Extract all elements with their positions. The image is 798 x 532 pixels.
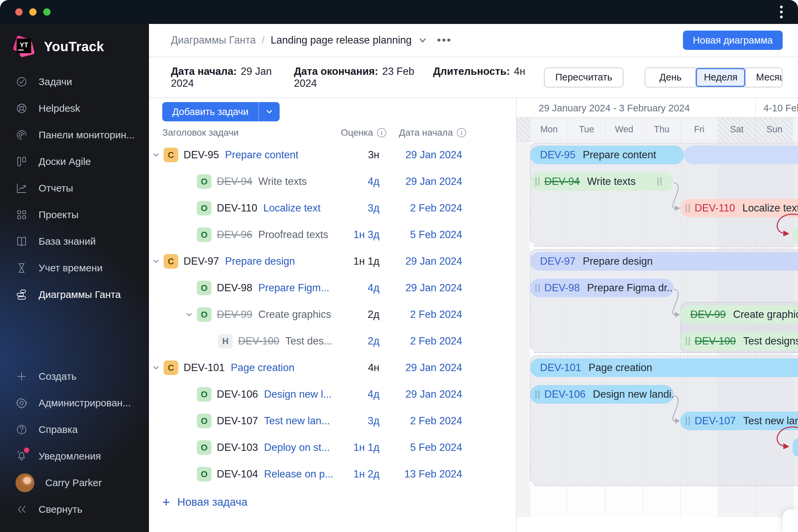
gantt-bar-dev-94[interactable]: DEV-94Write texts [530, 172, 673, 191]
bar-resize-handle[interactable] [686, 204, 690, 212]
gantt-bar-dev-99[interactable]: DEV-99Create graphics [680, 305, 798, 324]
issue-start-date[interactable]: 5 Feb 2024 [410, 229, 462, 241]
issue-title-link[interactable]: Localize text [263, 202, 321, 214]
issue-type-badge[interactable]: C [164, 148, 178, 162]
page-title[interactable]: Landing page release planning [271, 34, 412, 46]
issue-title-link[interactable]: Proofread texts [258, 229, 328, 241]
issue-start-date[interactable]: 2 Feb 2024 [410, 308, 462, 321]
issue-estimate[interactable]: 1н 1д [354, 441, 379, 454]
issue-title-link[interactable]: Write texts [258, 175, 307, 188]
issue-start-date[interactable]: 2 Feb 2024 [410, 335, 462, 347]
issue-type-badge[interactable]: H [218, 334, 233, 348]
sidebar-footer-item-3[interactable]: Уведомления [0, 443, 149, 470]
issue-id[interactable]: DEV-95 [184, 149, 219, 161]
issue-title-link[interactable]: Create graphics [258, 308, 331, 321]
sidebar-item-3[interactable]: Доски Agile [0, 148, 149, 175]
issue-type-badge[interactable]: O [197, 414, 211, 428]
issue-id[interactable]: DEV-100 [238, 335, 279, 347]
gantt-bar-dev-101[interactable]: DEV-101Page creation [530, 358, 798, 377]
bar-resize-handle[interactable] [657, 177, 662, 186]
sidebar-footer-item-2[interactable]: Справка [0, 416, 149, 443]
bar-resize-handle[interactable] [686, 417, 690, 425]
sidebar-item-5[interactable]: Проекты [0, 202, 149, 228]
issue-type-badge[interactable]: C [164, 360, 178, 375]
add-tasks-split-button[interactable]: Добавить задачи [162, 102, 280, 121]
kebab-vertical-icon[interactable] [778, 4, 785, 20]
issue-id[interactable]: DEV-101 [184, 362, 225, 374]
issue-id[interactable]: DEV-98 [217, 282, 252, 294]
issue-title-link[interactable]: Prepare Figm... [258, 282, 329, 294]
issue-start-date[interactable]: 29 Jan 2024 [405, 362, 462, 374]
close-window-button[interactable] [15, 8, 23, 16]
issue-start-date[interactable]: 29 Jan 2024 [405, 282, 462, 294]
sidebar-footer-item-1[interactable]: Администрирован... [0, 390, 149, 416]
sidebar-item-2[interactable]: Панели мониторин... [0, 122, 149, 148]
expand-chevron-icon[interactable] [152, 151, 164, 159]
zoom-window-button[interactable] [43, 8, 51, 16]
minimize-window-button[interactable] [29, 8, 37, 16]
add-tasks-button[interactable]: Добавить задачи [162, 102, 258, 121]
expand-chevron-icon[interactable] [185, 310, 197, 319]
chevron-down-icon[interactable] [418, 35, 428, 45]
issue-id[interactable]: DEV-107 [217, 415, 258, 427]
issue-start-date[interactable]: 29 Jan 2024 [405, 255, 462, 267]
sidebar-item-0[interactable]: Задачи [0, 69, 149, 95]
gantt-bar-dev-110[interactable]: DEV-110Localize text [680, 199, 798, 217]
user-profile-item[interactable]: Carry Parker [0, 470, 149, 496]
gantt-bar[interactable] [793, 438, 798, 457]
issue-estimate[interactable]: 1н 2д [354, 468, 379, 480]
bar-resize-handle[interactable] [686, 337, 690, 345]
issue-start-date[interactable]: 2 Feb 2024 [410, 202, 462, 214]
issue-id[interactable]: DEV-96 [217, 229, 252, 241]
sidebar-footer-item-0[interactable]: Создать [0, 363, 149, 390]
issue-type-badge[interactable]: O [197, 174, 211, 189]
recalculate-button[interactable]: Пересчитать [544, 68, 624, 88]
issue-type-badge[interactable]: O [197, 307, 211, 322]
view-switch-0[interactable]: День [645, 68, 695, 87]
column-header-estimate[interactable]: Оценкаi [341, 127, 386, 138]
more-options-icon[interactable]: ••• [437, 38, 452, 42]
issue-id[interactable]: DEV-94 [217, 175, 252, 188]
issue-id[interactable]: DEV-103 [217, 441, 258, 454]
gantt-bar-dev-97[interactable]: DEV-97Prepare design [530, 252, 798, 271]
issue-type-badge[interactable]: O [197, 201, 211, 215]
info-icon[interactable]: i [457, 128, 466, 137]
view-switch-2[interactable]: Месяц [745, 68, 783, 87]
issue-estimate[interactable]: 3д [368, 202, 379, 214]
breadcrumb-section[interactable]: Диаграммы Ганта [171, 34, 256, 46]
collapse-sidebar-button[interactable]: Свернуть [0, 496, 149, 523]
issue-title-link[interactable]: Test new lan... [264, 415, 330, 427]
issue-start-date[interactable]: 29 Jan 2024 [405, 175, 462, 188]
gantt-bar[interactable] [793, 225, 798, 244]
issue-title-link[interactable]: Test des... [285, 335, 332, 347]
issue-id[interactable]: DEV-104 [217, 468, 258, 480]
issue-start-date[interactable]: 5 Feb 2024 [410, 441, 462, 454]
bar-resize-handle[interactable] [535, 177, 540, 186]
expand-chevron-icon[interactable] [152, 363, 164, 372]
issue-id[interactable]: DEV-106 [217, 388, 258, 400]
gantt-bar-dev-95[interactable]: DEV-95Prepare content [530, 146, 684, 164]
column-header-title[interactable]: Заголовок задачи [162, 127, 239, 138]
new-task-button[interactable]: + Новая задача [162, 495, 247, 509]
issue-type-badge[interactable]: O [197, 387, 211, 402]
issue-estimate[interactable]: 4д [368, 175, 379, 188]
sidebar-item-1[interactable]: Helpdesk [0, 95, 149, 122]
issue-estimate[interactable]: 1н 3д [354, 229, 379, 241]
bar-resize-handle[interactable] [535, 284, 540, 292]
info-icon[interactable]: i [377, 128, 386, 137]
bar-resize-handle[interactable] [535, 390, 540, 399]
issue-estimate[interactable]: 2д [368, 335, 379, 347]
issue-start-date[interactable]: 13 Feb 2024 [404, 468, 462, 480]
issue-type-badge[interactable]: O [197, 281, 211, 295]
issue-title-link[interactable]: Page creation [231, 362, 294, 374]
gantt-bar-dev-100[interactable]: DEV-100Test designs [680, 332, 798, 350]
issue-title-link[interactable]: Deploy on st... [264, 441, 330, 454]
sidebar-item-7[interactable]: Учет времени [0, 255, 149, 281]
gantt-bar-dev-107[interactable]: DEV-107Test new landi [680, 412, 798, 430]
new-diagram-button[interactable]: Новая диаграмма [683, 31, 783, 50]
gantt-bar-dev-106[interactable]: DEV-106Design new landi... [530, 385, 673, 404]
issue-title-link[interactable]: Release on p... [264, 468, 334, 480]
gantt-bar-dev-98[interactable]: DEV-98Prepare Figma dr... [530, 279, 673, 297]
issue-type-badge[interactable]: C [164, 254, 178, 269]
sidebar-item-8[interactable]: Диаграммы Ганта [0, 281, 149, 308]
